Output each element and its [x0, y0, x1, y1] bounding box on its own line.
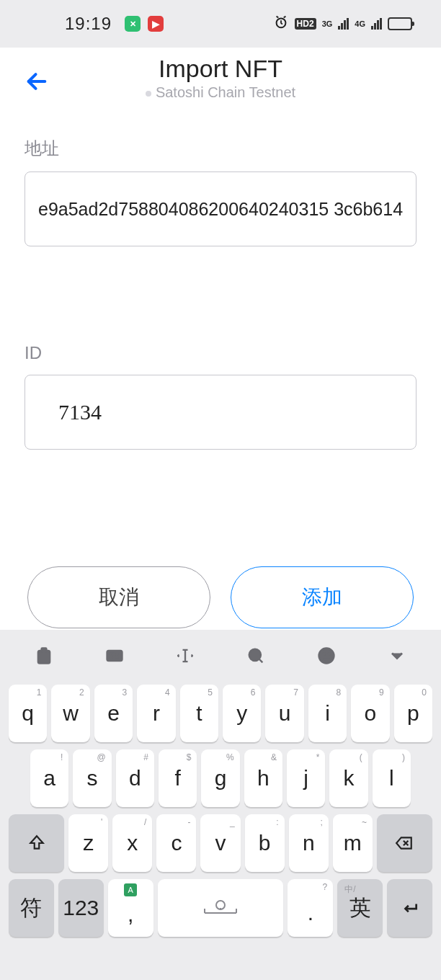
key-x[interactable]: /x [112, 814, 152, 872]
add-button[interactable]: 添加 [231, 566, 414, 628]
app-icon-red: ▶ [148, 16, 164, 32]
enter-key[interactable] [387, 879, 432, 937]
svg-point-6 [117, 653, 118, 654]
svg-point-8 [113, 656, 115, 658]
comma-key[interactable]: A , [108, 879, 153, 937]
address-label: 地址 [24, 137, 416, 160]
key-g[interactable]: %g [201, 749, 239, 807]
key-y[interactable]: 6y [223, 685, 261, 742]
symbol-key[interactable]: 符 [9, 879, 54, 937]
key-v[interactable]: _v [200, 814, 240, 872]
space-key[interactable] [158, 879, 284, 937]
key-a[interactable]: !a [30, 749, 68, 807]
content-area: Import NFT Satoshi Chain Testnet 地址 e9a5… [0, 48, 441, 630]
svg-point-5 [113, 653, 115, 654]
kb-row-3: 'z/x-c_v:b;n~m [9, 814, 432, 872]
signal-bars-1 [338, 18, 349, 30]
battery-icon [388, 17, 412, 30]
svg-point-4 [110, 653, 111, 654]
id-label: ID [24, 343, 416, 363]
svg-rect-3 [107, 651, 122, 661]
key-p[interactable]: 0p [394, 685, 432, 742]
kb-row-1: 1q2w3e4r5t6y7u8i9o0p [9, 685, 432, 742]
svg-point-7 [110, 656, 111, 658]
svg-point-10 [249, 649, 261, 660]
svg-point-13 [328, 653, 329, 654]
page-title: Import NFT [0, 55, 441, 83]
net-4g-label: 4G [355, 19, 365, 28]
app-icon-green: ✕ [125, 16, 141, 32]
key-k[interactable]: (k [329, 749, 368, 807]
key-o[interactable]: 9o [351, 685, 389, 742]
svg-rect-1 [38, 651, 50, 664]
key-q[interactable]: 1q [9, 685, 47, 742]
language-key[interactable]: 中/ 英 [337, 879, 383, 937]
key-t[interactable]: 5t [180, 685, 218, 742]
svg-point-11 [319, 648, 334, 663]
shift-key[interactable] [9, 814, 64, 872]
key-n[interactable]: ;n [289, 814, 329, 872]
button-row: 取消 添加 [24, 566, 416, 628]
search-icon[interactable] [243, 646, 269, 671]
status-left: 19:19 ✕ ▶ [65, 14, 164, 34]
key-l[interactable]: )l [373, 749, 411, 807]
status-time: 19:19 [65, 14, 112, 34]
kb-row-2: !a@s#d$f%g&h*j(k)l [9, 749, 432, 807]
key-d[interactable]: #d [116, 749, 154, 807]
key-z[interactable]: 'z [68, 814, 108, 872]
key-f[interactable]: $f [159, 749, 197, 807]
period-key[interactable]: ? . [288, 879, 333, 937]
key-w[interactable]: 2w [51, 685, 89, 742]
svg-point-9 [117, 656, 118, 658]
keyboard-toolbar [9, 637, 432, 679]
key-j[interactable]: *j [287, 749, 325, 807]
key-i[interactable]: 8i [308, 685, 347, 742]
numeric-key[interactable]: 123 [58, 879, 104, 937]
alarm-icon [273, 14, 289, 34]
virtual-keyboard: 1q2w3e4r5t6y7u8i9o0p !a@s#d$f%g&h*j(k)l … [0, 630, 441, 980]
svg-point-12 [323, 653, 324, 654]
clipboard-icon[interactable] [31, 646, 57, 671]
hd-badge: HD2 [295, 18, 316, 30]
form-section: 地址 e9a5ad2d758804086200640240315 3c6b614… [0, 137, 441, 628]
key-h[interactable]: &h [244, 749, 282, 807]
id-value: 7134 [58, 400, 102, 424]
key-e[interactable]: 3e [94, 685, 133, 742]
emoji-icon[interactable] [313, 646, 339, 671]
key-r[interactable]: 4r [137, 685, 175, 742]
svg-rect-2 [42, 648, 47, 651]
key-s[interactable]: @s [73, 749, 111, 807]
key-m[interactable]: ~m [333, 814, 373, 872]
backspace-key[interactable] [377, 814, 432, 872]
key-u[interactable]: 7u [265, 685, 303, 742]
back-arrow-icon[interactable] [24, 68, 49, 100]
status-bar: 19:19 ✕ ▶ HD2 3G 4G [0, 0, 441, 48]
address-input[interactable]: e9a5ad2d758804086200640240315 3c6b614 [24, 172, 416, 246]
status-right: HD2 3G 4G [273, 14, 412, 34]
key-b[interactable]: :b [245, 814, 285, 872]
cancel-button[interactable]: 取消 [27, 566, 210, 628]
cursor-icon[interactable] [172, 646, 198, 671]
keyboard-icon[interactable] [102, 646, 128, 671]
page-subtitle: Satoshi Chain Testnet [0, 84, 441, 101]
net-3g-label: 3G [322, 19, 333, 28]
collapse-keyboard-icon[interactable] [384, 646, 410, 671]
signal-bars-2 [371, 18, 382, 30]
address-value: e9a5ad2d758804086200640240315 3c6b614 [38, 199, 403, 220]
id-input[interactable]: 7134 [24, 375, 416, 450]
page-header: Import NFT Satoshi Chain Testnet [0, 48, 441, 120]
kb-row-bottom: 符 123 A , ? . 中/ 英 [9, 879, 432, 937]
key-c[interactable]: -c [156, 814, 196, 872]
